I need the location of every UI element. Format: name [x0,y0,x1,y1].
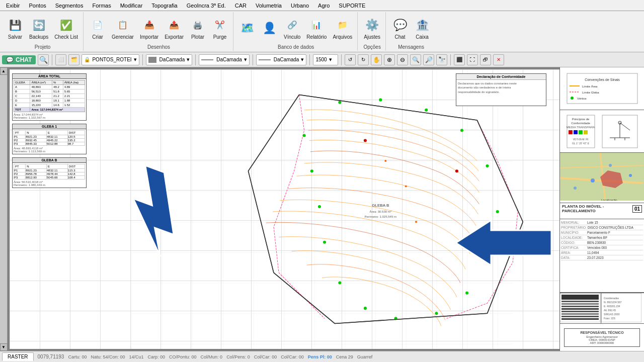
plotar-icon: 🖨️ [190,17,206,33]
menu-item-topografia[interactable]: Topografia [147,2,181,10]
layers-button[interactable]: 🗂️ [68,54,79,65]
toolbar-group-desenhos: 📄 Criar 📋 Gerenciar 📥 Importar 📤 Exporta… [85,12,233,51]
menu-item-urbano[interactable]: Urbano [287,2,313,10]
gerenciar-icon: 📋 [115,17,131,33]
svg-point-6 [338,282,341,285]
svg-point-17 [338,101,341,104]
layer-dropdown[interactable]: 🔒 PONTOS_ROTEI ▾ [82,54,139,65]
backups-label: Backups [29,34,48,40]
bottom-boxes: Coordenadas N: 8921234.567 E: 483201.234… [560,293,644,323]
chat-label: CHAT [16,56,32,63]
zoom-dropdown[interactable]: 1500 ▾ [313,54,338,65]
exportar-button[interactable]: 📤 Exportar [163,16,186,41]
plotar-button[interactable]: 🖨️ Plotar [188,16,208,41]
status-field-pl: Pens Pl: 00 [308,354,332,359]
layer-dropdown-arrow: ▾ [134,56,137,63]
status-field-car1: Col/Car: 00 [254,354,277,359]
menu-item-volumetria[interactable]: Volumetria [252,2,286,10]
svg-text:GL 1° 20' 42" E: GL 1° 20' 42" E [572,142,589,145]
criar-button[interactable]: 📄 Criar [88,16,108,41]
chat-secondary-button[interactable]: 💬 CHAT [2,55,36,64]
area-total-panel: ÁREA TOTAL GLEBA ÁREA (m²) % ÁREA (ha) A… [12,73,87,121]
user-button[interactable]: 👤 [260,19,280,37]
codigo-value: BEN-230830 [587,241,606,244]
zoom-tool-2[interactable]: ↻ [358,54,369,65]
svg-text:Alt: 892.45: Alt: 892.45 [604,309,616,312]
menu-item-exibir[interactable]: Exibir [2,2,24,10]
svg-text:Localização: Localização [601,199,617,201]
layer-toggle-icon[interactable]: ⬜ [55,54,66,65]
svg-point-18 [384,160,386,162]
zoom-tool-1[interactable]: ↺ [345,54,356,65]
save-button[interactable]: 💾 Salvar [5,16,25,41]
window-close[interactable]: ✕ [493,54,504,65]
user-icon: 👤 [262,20,278,36]
da-camada-dropdown-1[interactable]: DaCamada ▾ [146,54,193,65]
menu-item-agro[interactable]: Agro [314,2,334,10]
zoom-fit-1[interactable]: 🔍 [410,54,421,65]
da-camada-1-label: DaCamada [159,57,185,62]
mini-map-panel: Localização [560,153,644,203]
menu-item-pontos[interactable]: Pontos [25,2,50,10]
divider-3 [195,54,196,65]
stamp-content: RESPONSÁVEL TÉCNICO Engenheiro Agrimenso… [564,328,639,347]
zoom-fit-3[interactable]: 🔭 [436,54,447,65]
divider-6 [341,54,342,65]
zoom-fit-2[interactable]: 🔎 [423,54,434,65]
caixa-button[interactable]: 🏦 Caixa [412,16,432,41]
da-camada-dropdown-3[interactable]: DaCamada ▾ [256,54,307,65]
backups-button[interactable]: 🔄 Backups [27,16,50,41]
chat-toolbar-button[interactable]: 💬 Chat [390,16,410,41]
svg-text:Limite Gleba: Limite Gleba [582,91,599,94]
menu-bar: Exibir Pontos Segmentos Formas Modificar… [0,0,644,11]
svg-rect-72 [561,295,599,300]
svg-text:Limite Área: Limite Área [582,85,598,88]
declaration-content: Declaramos que os dados constantes neste… [456,80,546,96]
ajustes-button[interactable]: ⚙️ Ajustes [362,16,382,41]
menu-item-modificar[interactable]: Modificar [116,2,147,10]
relatorio-button[interactable]: 📊 Relatório [304,16,329,41]
zoom-in-button[interactable]: ⊕ [384,54,395,65]
menu-item-segmentos[interactable]: Segmentos [51,2,88,10]
menu-item-formas[interactable]: Formas [88,2,115,10]
localidade-value: Tamanhos BF [587,236,607,239]
svg-point-15 [425,109,428,112]
gerenciar-button[interactable]: 📋 Gerenciar [110,16,136,41]
technical-panel: Princípios de Conformidade MEDIA TRANSPA… [560,110,644,153]
menu-item-geoincra[interactable]: GeoIncra 3ª Ed. [183,2,230,10]
view-toggle[interactable]: ⬛ [454,54,465,65]
window-restore[interactable]: 🗗 [480,54,491,65]
zoom-out-button[interactable]: ⊖ [397,54,408,65]
map-button[interactable]: 🗺️ [237,19,258,37]
pan-tool[interactable]: ✋ [371,54,382,65]
menu-item-car[interactable]: CAR [231,2,251,10]
checklist-icon: ✅ [58,17,74,33]
scroll-up-button[interactable]: ▲ [0,67,8,75]
fullscreen-button[interactable]: ⛶ [467,54,478,65]
svg-point-3 [310,169,313,172]
declaration-box: Declaração de Conformidade Declaramos qu… [456,73,546,106]
scroll-down-button[interactable]: ▼ [0,343,8,351]
importar-button[interactable]: 📥 Importar [138,16,160,41]
planta-label: PLANTA DO IMÓVEL - PARCELAMENTO [562,204,632,213]
gleba1-header: GLEBA 1 [13,124,86,129]
divider-7 [450,54,451,65]
layer-dropdown-label: PONTOS_ROTEI [92,57,131,62]
da-camada-dropdown-2[interactable]: DaCamada ▾ [199,54,250,65]
arquivos-button[interactable]: 📁 Arquivos [331,16,354,41]
svg-rect-75 [561,306,599,307]
importar-icon: 📥 [141,17,157,33]
menu-item-suporte[interactable]: SUPORTE [335,2,369,10]
raster-tab[interactable]: RASTER [2,352,34,361]
checklist-button[interactable]: ✅ Check List [52,16,80,41]
purge-button[interactable]: ✂️ Purge [210,16,230,41]
svg-text:Vértice: Vértice [577,97,587,100]
info-table: MEMORIAL:Lote 15 PROPRIETÁRIO:DISCO CONS… [560,219,644,261]
map-icon: 🗺️ [239,20,256,36]
secondary-toolbar: 💬 CHAT 🔍 ⬜ 🗂️ 🔒 PONTOS_ROTEI ▾ DaCamada … [0,52,644,67]
vinculo-button[interactable]: 🔗 Vínculo [282,16,302,41]
coordinates-box: Convenções de Sinais Limite Área Limite … [560,67,644,110]
divider-4 [253,54,253,65]
search-button[interactable]: 🔍 [38,54,49,65]
canvas-area[interactable]: GLEBA B Área: 30.530 m² Perímetro: 1.025… [10,69,634,349]
